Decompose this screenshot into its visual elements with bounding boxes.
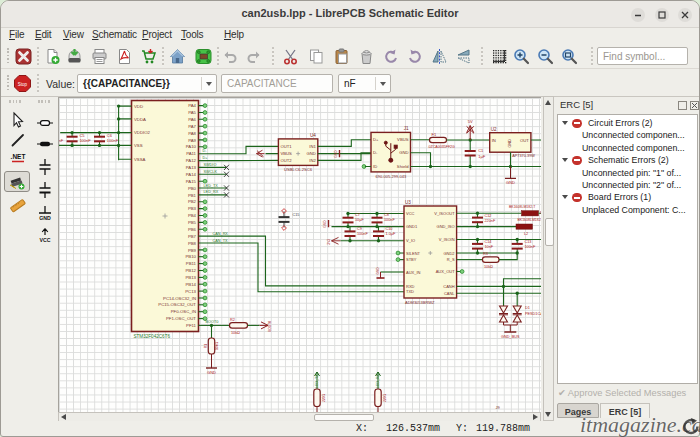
svg-text:10nF: 10nF bbox=[485, 245, 494, 249]
svg-text:100nF: 100nF bbox=[107, 138, 119, 143]
svg-text:R3: R3 bbox=[483, 252, 488, 256]
svg-text:PC13: PC13 bbox=[185, 289, 196, 294]
svg-text:PA5: PA5 bbox=[188, 110, 196, 115]
svg-text:PF1-OSC_OUT: PF1-OSC_OUT bbox=[166, 316, 196, 321]
svg-text:PB1: PB1 bbox=[188, 193, 197, 198]
svg-text:LED_RX: LED_RX bbox=[204, 190, 219, 194]
svg-text:5V: 5V bbox=[468, 119, 473, 124]
svg-text:BK1608LM182-T: BK1608LM182-T bbox=[518, 218, 542, 222]
svg-text:10kΩ: 10kΩ bbox=[484, 265, 493, 269]
svg-text:PA4: PA4 bbox=[188, 103, 196, 108]
svg-text:VCC: VCC bbox=[40, 237, 51, 243]
svg-text:PB5: PB5 bbox=[188, 220, 197, 225]
svg-text:PA12: PA12 bbox=[186, 158, 197, 163]
svg-text:PB0: PB0 bbox=[188, 186, 197, 191]
svg-text:3V3: 3V3 bbox=[328, 239, 332, 245]
svg-text:L1: L1 bbox=[540, 211, 541, 215]
svg-text:ADM3053BRWZ: ADM3053BRWZ bbox=[405, 300, 435, 305]
svg-text:CAN_TX: CAN_TX bbox=[213, 239, 228, 243]
svg-text:C12: C12 bbox=[485, 214, 492, 218]
svg-text:PB2: PB2 bbox=[188, 199, 197, 204]
svg-text:Stop: Stop bbox=[18, 82, 28, 87]
svg-text:GND_BUS: GND_BUS bbox=[501, 335, 520, 339]
svg-text:CAN_RX: CAN_RX bbox=[213, 232, 229, 236]
svg-text:100nF: 100nF bbox=[384, 218, 395, 222]
svg-text:F1: F1 bbox=[432, 132, 437, 137]
svg-text:220Ω: 220Ω bbox=[322, 393, 326, 402]
svg-text:C14: C14 bbox=[485, 240, 492, 244]
svg-text:VBUS: VBUS bbox=[397, 137, 409, 142]
svg-text:RXD: RXD bbox=[406, 284, 415, 289]
svg-text:D+: D+ bbox=[373, 137, 379, 142]
svg-text:ID: ID bbox=[373, 164, 377, 169]
svg-text:PB10: PB10 bbox=[185, 254, 196, 259]
svg-text:J1: J1 bbox=[404, 126, 409, 131]
svg-text:GND_ISO: GND_ISO bbox=[437, 224, 455, 229]
svg-text:V_ISOOUT: V_ISOOUT bbox=[434, 211, 455, 216]
svg-text:PESD1CAN: PESD1CAN bbox=[525, 312, 541, 316]
svg-text:IN1: IN1 bbox=[309, 144, 316, 149]
svg-text:USBLC6-2SC6: USBLC6-2SC6 bbox=[284, 167, 313, 172]
svg-text:D+: D+ bbox=[203, 156, 209, 160]
svg-text:C9: C9 bbox=[357, 227, 362, 231]
svg-text:VSSA: VSSA bbox=[134, 157, 146, 162]
svg-text:CANH: CANH bbox=[443, 284, 454, 289]
svg-text:IN: IN bbox=[492, 138, 496, 143]
svg-text:AUX_IN: AUX_IN bbox=[406, 270, 421, 275]
svg-text:LED_TX: LED_TX bbox=[204, 184, 219, 188]
svg-text:PB3: PB3 bbox=[188, 206, 197, 211]
svg-text:CANL: CANL bbox=[444, 291, 455, 296]
svg-text:PA13: PA13 bbox=[186, 165, 197, 170]
svg-text:C7: C7 bbox=[355, 213, 360, 217]
svg-text:OUT: OUT bbox=[520, 138, 529, 143]
svg-text:GND: GND bbox=[334, 150, 338, 158]
svg-text:PF0-OSC_IN: PF0-OSC_IN bbox=[171, 309, 196, 314]
svg-text:PB8: PB8 bbox=[188, 241, 197, 246]
svg-text:GND: GND bbox=[323, 220, 327, 228]
svg-text:.NET: .NET bbox=[11, 153, 26, 160]
svg-text:0ZCA0035FF2G: 0ZCA0035FF2G bbox=[429, 145, 456, 149]
svg-text:PA15: PA15 bbox=[186, 179, 197, 184]
svg-text:PA8: PA8 bbox=[188, 131, 196, 136]
svg-text:C5: C5 bbox=[79, 133, 85, 138]
svg-text:U4: U4 bbox=[310, 133, 316, 138]
svg-text:PB6: PB6 bbox=[188, 227, 197, 232]
svg-text:VSS: VSS bbox=[134, 143, 143, 148]
svg-text:C15: C15 bbox=[293, 213, 300, 217]
svg-text:GND: GND bbox=[399, 150, 408, 155]
svg-text:690-005-299-043: 690-005-299-043 bbox=[375, 174, 406, 179]
svg-text:220nF: 220nF bbox=[485, 219, 496, 223]
svg-text:PB13: PB13 bbox=[185, 275, 196, 280]
svg-text:BOOT0: BOOT0 bbox=[268, 321, 272, 332]
svg-text:R2: R2 bbox=[230, 318, 235, 322]
svg-text:VBUS: VBUS bbox=[280, 151, 292, 156]
svg-text:D1: D1 bbox=[525, 306, 530, 310]
svg-text:L2: L2 bbox=[524, 232, 528, 236]
svg-text:PC14-OSC32_IN: PC14-OSC32_IN bbox=[163, 296, 196, 301]
svg-text:PA11: PA11 bbox=[186, 151, 196, 156]
svg-text:PA9: PA9 bbox=[188, 138, 196, 143]
svg-text:PB12: PB12 bbox=[185, 268, 196, 273]
svg-text:PB4: PB4 bbox=[188, 213, 197, 218]
svg-text:GND: GND bbox=[39, 215, 51, 221]
svg-text:SWCLK: SWCLK bbox=[204, 170, 218, 174]
svg-text:PB11: PB11 bbox=[186, 261, 197, 266]
svg-text:PA10: PA10 bbox=[186, 144, 197, 149]
svg-text:V_IO: V_IO bbox=[406, 238, 415, 243]
svg-text:100nF: 100nF bbox=[357, 232, 368, 236]
svg-text:C1: C1 bbox=[478, 148, 484, 153]
svg-text:C13: C13 bbox=[525, 240, 532, 244]
svg-text:C6: C6 bbox=[107, 133, 113, 138]
svg-text:OUT1: OUT1 bbox=[280, 144, 292, 149]
svg-text:U3: U3 bbox=[405, 200, 411, 205]
svg-text:PA7: PA7 bbox=[188, 124, 196, 129]
svg-text:SILENT: SILENT bbox=[406, 251, 421, 256]
svg-text:AP7370-39W: AP7370-39W bbox=[512, 154, 535, 158]
svg-text:PB9: PB9 bbox=[188, 248, 197, 253]
svg-text:nF: nF bbox=[59, 138, 64, 143]
svg-text:STM32F042C6T6: STM32F042C6T6 bbox=[134, 334, 171, 339]
svg-text:AUX_OUT: AUX_OUT bbox=[436, 269, 455, 274]
svg-text:GND2: GND2 bbox=[443, 251, 455, 256]
svg-text:PC15-OSC32_OUT: PC15-OSC32_OUT bbox=[158, 302, 196, 307]
svg-text:V_ISOIN: V_ISOIN bbox=[439, 237, 455, 242]
